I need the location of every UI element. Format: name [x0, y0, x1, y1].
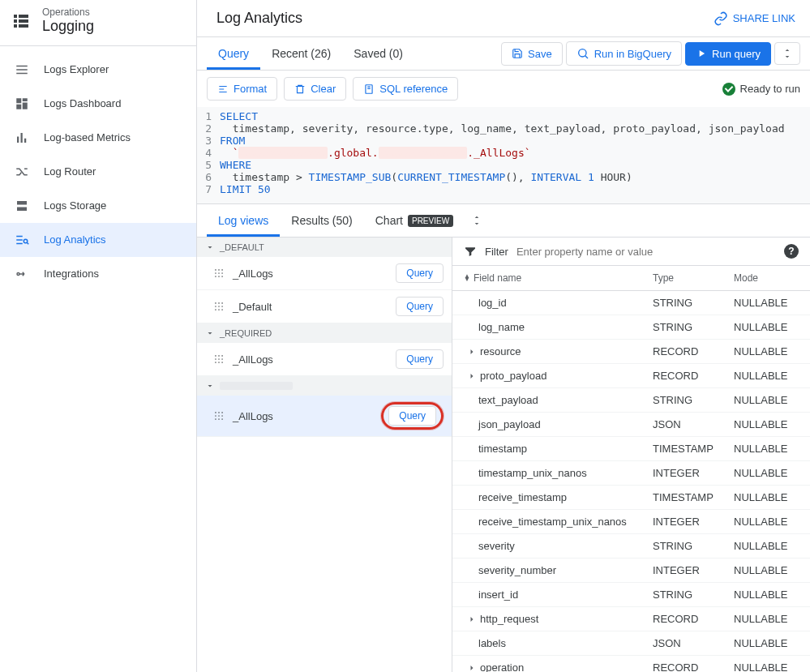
clear-button[interactable]: Clear [284, 77, 346, 101]
group-required[interactable]: _REQUIRED [197, 323, 452, 343]
share-link-button[interactable]: SHARE LINK [714, 11, 795, 26]
chevron-right-icon [467, 663, 477, 673]
save-button[interactable]: Save [501, 42, 563, 66]
nav-label: Logs Dashboard [44, 97, 121, 109]
group-user[interactable] [197, 376, 452, 396]
sql-editor[interactable]: 1SELECT 2 timestamp, severity, resource.… [197, 107, 810, 203]
unfold-icon [471, 215, 482, 226]
svg-point-27 [221, 358, 223, 360]
query-view-button[interactable]: Query [388, 406, 436, 426]
svg-point-19 [215, 309, 216, 310]
expand-toggle-button[interactable] [774, 42, 800, 65]
dashboard-icon [15, 96, 29, 111]
query-view-button[interactable]: Query [396, 263, 444, 283]
tab-log-views[interactable]: Log views [207, 204, 280, 237]
sort-icon[interactable]: ▲▼ [464, 275, 470, 281]
nav-logs-dashboard[interactable]: Logs Dashboard [0, 87, 196, 121]
schema-row[interactable]: labelsJSONNULLABLE [452, 631, 810, 656]
svg-point-35 [218, 415, 220, 417]
svg-point-31 [215, 412, 216, 413]
svg-point-22 [215, 355, 216, 357]
tab-query[interactable]: Query [207, 37, 260, 70]
svg-point-18 [221, 306, 223, 307]
tab-chart[interactable]: Chart PREVIEW [364, 204, 465, 237]
product-icon [11, 11, 31, 31]
field-type: TIMESTAMP [653, 443, 734, 455]
query-view-button[interactable]: Query [396, 297, 444, 316]
field-type: RECORD [653, 345, 734, 357]
field-mode: NULLABLE [734, 443, 799, 455]
page-title: Log Analytics [216, 10, 302, 27]
svg-point-12 [221, 276, 223, 277]
nav-logs-explorer[interactable]: Logs Explorer [0, 53, 196, 87]
expand-results-button[interactable] [465, 210, 489, 231]
shuffle-icon [15, 165, 29, 179]
run-query-button[interactable]: Run query [685, 42, 771, 66]
nav-log-analytics[interactable]: Log Analytics [0, 223, 196, 257]
field-type: RECORD [653, 370, 734, 382]
schema-row[interactable]: operationRECORDNULLABLE [452, 656, 810, 672]
highlight-annotation: Query [381, 402, 444, 430]
schema-row[interactable]: timestampTIMESTAMPNULLABLE [452, 437, 810, 461]
field-mode: NULLABLE [734, 661, 799, 672]
field-type: STRING [653, 297, 734, 309]
svg-point-14 [218, 302, 220, 304]
field-mode: NULLABLE [734, 467, 799, 479]
save-icon [512, 48, 523, 59]
nav-label: Logs Storage [44, 199, 106, 212]
schema-row[interactable]: log_nameSTRINGNULLABLE [452, 315, 810, 340]
chevron-right-icon [467, 371, 477, 381]
schema-row[interactable]: text_payloadSTRINGNULLABLE [452, 388, 810, 413]
format-button[interactable]: Format [207, 77, 277, 101]
schema-row[interactable]: http_requestRECORDNULLABLE [452, 607, 810, 631]
nav-log-router[interactable]: Log Router [0, 155, 196, 189]
svg-point-4 [215, 269, 216, 271]
field-name: receive_timestamp [478, 491, 567, 503]
schema-row[interactable]: timestamp_unix_nanosINTEGERNULLABLE [452, 461, 810, 486]
query-view-button[interactable]: Query [396, 349, 444, 369]
unfold-icon [782, 48, 793, 59]
schema-row[interactable]: severitySTRINGNULLABLE [452, 534, 810, 559]
logview-default-default[interactable]: _Default Query [197, 290, 452, 323]
field-name: insert_id [478, 589, 518, 601]
run-bigquery-button[interactable]: Run in BigQuery [566, 41, 682, 66]
chevron-down-icon [205, 242, 215, 252]
logview-alllogs-user[interactable]: _AllLogs Query [197, 396, 452, 437]
schema-row[interactable]: insert_idSTRINGNULLABLE [452, 583, 810, 607]
status-ok-icon [722, 83, 735, 96]
nav-logs-storage[interactable]: Logs Storage [0, 189, 196, 223]
tab-recent[interactable]: Recent (26) [260, 37, 342, 70]
view-label: _AllLogs [233, 268, 273, 280]
topbar: Log Analytics SHARE LINK [197, 0, 810, 37]
svg-point-21 [221, 309, 223, 310]
logview-alllogs-default[interactable]: _AllLogs Query [197, 257, 452, 290]
field-mode: NULLABLE [734, 394, 799, 406]
button-label: Run query [712, 48, 761, 60]
schema-row[interactable]: receive_timestamp_unix_nanosINTEGERNULLA… [452, 510, 810, 534]
sql-reference-button[interactable]: SQL reference [353, 77, 458, 101]
tab-label: Chart [375, 214, 403, 227]
schema-row[interactable]: json_payloadJSONNULLABLE [452, 413, 810, 437]
filter-label: Filter [485, 246, 508, 258]
nav-integrations[interactable]: Integrations [0, 257, 196, 291]
nav-log-metrics[interactable]: Log-based Metrics [0, 121, 196, 155]
chevron-right-icon [467, 347, 477, 357]
group-default[interactable]: _DEFAULT [197, 238, 452, 257]
schema-row[interactable]: receive_timestampTIMESTAMPNULLABLE [452, 486, 810, 510]
schema-row[interactable]: proto_payloadRECORDNULLABLE [452, 364, 810, 388]
main-content: Log Analytics SHARE LINK Query Recent (2… [197, 0, 810, 672]
field-name: timestamp [478, 443, 527, 455]
field-type: STRING [653, 394, 734, 406]
tab-saved[interactable]: Saved (0) [342, 37, 414, 70]
schema-row[interactable]: log_idSTRINGNULLABLE [452, 291, 810, 315]
svg-point-37 [215, 418, 216, 420]
filter-input[interactable] [516, 246, 776, 258]
tab-results[interactable]: Results (50) [280, 204, 363, 237]
storage-icon [15, 199, 29, 213]
group-label: _REQUIRED [220, 328, 272, 338]
help-icon[interactable]: ? [784, 244, 799, 259]
schema-header: ▲▼ Field name Type Mode [452, 266, 810, 291]
schema-row[interactable]: resourceRECORDNULLABLE [452, 340, 810, 364]
logview-alllogs-required[interactable]: _AllLogs Query [197, 343, 452, 376]
schema-row[interactable]: severity_numberINTEGERNULLABLE [452, 559, 810, 583]
